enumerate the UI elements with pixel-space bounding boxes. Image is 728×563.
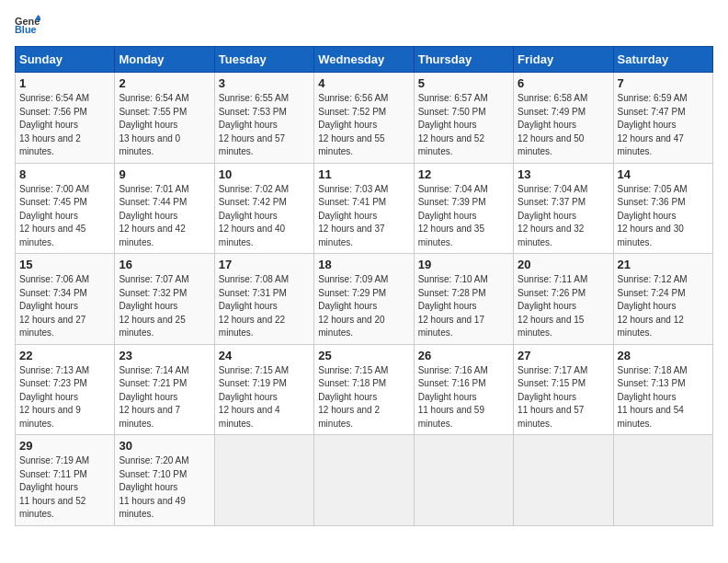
day-cell: 10 Sunrise: 7:02 AMSunset: 7:42 PMDaylig… [214, 163, 313, 254]
day-detail: Sunrise: 7:00 AMSunset: 7:45 PMDaylight … [19, 184, 89, 247]
day-number: 29 [19, 439, 110, 453]
day-number: 3 [219, 76, 310, 90]
day-number: 12 [418, 167, 509, 181]
day-number: 16 [119, 258, 210, 271]
day-number: 5 [418, 76, 509, 90]
day-cell: 24 Sunrise: 7:15 AMSunset: 7:19 PMDaylig… [214, 344, 313, 435]
calendar-table: SundayMondayTuesdayWednesdayThursdayFrid… [15, 46, 713, 526]
day-number: 21 [618, 258, 709, 271]
day-detail: Sunrise: 7:09 AMSunset: 7:29 PMDaylight … [318, 274, 388, 338]
svg-text:Blue: Blue [15, 24, 37, 35]
logo: General Blue [15, 15, 40, 35]
week-row-4: 22 Sunrise: 7:13 AMSunset: 7:23 PMDaylig… [16, 344, 713, 435]
col-header-thursday: Thursday [414, 47, 513, 73]
day-detail: Sunrise: 7:08 AMSunset: 7:31 PMDaylight … [219, 274, 289, 338]
day-cell: 3 Sunrise: 6:55 AMSunset: 7:53 PMDayligh… [214, 73, 313, 164]
week-row-3: 15 Sunrise: 7:06 AMSunset: 7:34 PMDaylig… [16, 254, 713, 345]
day-cell: 30 Sunrise: 7:20 AMSunset: 7:10 PMDaylig… [115, 435, 214, 526]
day-number: 9 [119, 167, 210, 181]
day-cell: 4 Sunrise: 6:56 AMSunset: 7:52 PMDayligh… [314, 73, 414, 164]
day-cell: 23 Sunrise: 7:14 AMSunset: 7:21 PMDaylig… [115, 344, 214, 435]
day-number: 1 [19, 76, 110, 90]
day-number: 27 [518, 349, 609, 362]
col-header-tuesday: Tuesday [214, 47, 313, 73]
col-header-sunday: Sunday [16, 47, 115, 73]
day-number: 10 [219, 167, 310, 181]
week-row-1: 1 Sunrise: 6:54 AMSunset: 7:56 PMDayligh… [16, 73, 713, 164]
day-cell [414, 435, 513, 526]
col-header-monday: Monday [115, 47, 214, 73]
day-cell [514, 435, 613, 526]
day-cell: 6 Sunrise: 6:58 AMSunset: 7:49 PMDayligh… [514, 73, 613, 164]
day-detail: Sunrise: 7:15 AMSunset: 7:19 PMDaylight … [219, 365, 289, 429]
day-detail: Sunrise: 6:55 AMSunset: 7:53 PMDaylight … [219, 93, 289, 156]
day-detail: Sunrise: 7:10 AMSunset: 7:28 PMDaylight … [418, 274, 488, 338]
day-detail: Sunrise: 7:14 AMSunset: 7:21 PMDaylight … [119, 365, 188, 429]
day-detail: Sunrise: 7:01 AMSunset: 7:44 PMDaylight … [119, 184, 188, 247]
day-number: 18 [318, 258, 409, 271]
day-number: 11 [318, 167, 409, 181]
day-cell: 27 Sunrise: 7:17 AMSunset: 7:15 PMDaylig… [514, 344, 613, 435]
day-number: 17 [219, 258, 310, 271]
day-number: 6 [518, 76, 609, 90]
day-detail: Sunrise: 7:13 AMSunset: 7:23 PMDaylight … [19, 365, 89, 429]
day-detail: Sunrise: 6:56 AMSunset: 7:52 PMDaylight … [318, 93, 388, 156]
day-cell [314, 435, 414, 526]
day-detail: Sunrise: 6:54 AMSunset: 7:55 PMDaylight … [119, 93, 188, 156]
day-number: 25 [318, 349, 409, 362]
day-number: 26 [418, 349, 509, 362]
day-cell: 2 Sunrise: 6:54 AMSunset: 7:55 PMDayligh… [115, 73, 214, 164]
day-detail: Sunrise: 7:16 AMSunset: 7:16 PMDaylight … [418, 365, 488, 429]
day-detail: Sunrise: 6:59 AMSunset: 7:47 PMDaylight … [618, 93, 688, 156]
day-number: 22 [19, 349, 110, 362]
day-cell: 20 Sunrise: 7:11 AMSunset: 7:26 PMDaylig… [514, 254, 613, 345]
day-detail: Sunrise: 7:04 AMSunset: 7:37 PMDaylight … [518, 184, 587, 247]
day-detail: Sunrise: 6:54 AMSunset: 7:56 PMDaylight … [19, 93, 89, 156]
day-cell: 13 Sunrise: 7:04 AMSunset: 7:37 PMDaylig… [514, 163, 613, 254]
day-cell: 9 Sunrise: 7:01 AMSunset: 7:44 PMDayligh… [115, 163, 214, 254]
day-number: 19 [418, 258, 509, 271]
day-cell: 8 Sunrise: 7:00 AMSunset: 7:45 PMDayligh… [16, 163, 115, 254]
day-cell: 14 Sunrise: 7:05 AMSunset: 7:36 PMDaylig… [613, 163, 712, 254]
day-cell: 18 Sunrise: 7:09 AMSunset: 7:29 PMDaylig… [314, 254, 414, 345]
day-detail: Sunrise: 7:11 AMSunset: 7:26 PMDaylight … [518, 274, 587, 338]
day-cell: 29 Sunrise: 7:19 AMSunset: 7:11 PMDaylig… [16, 435, 115, 526]
week-row-2: 8 Sunrise: 7:00 AMSunset: 7:45 PMDayligh… [16, 163, 713, 254]
day-number: 30 [119, 439, 210, 453]
day-number: 7 [618, 76, 709, 90]
day-cell: 11 Sunrise: 7:03 AMSunset: 7:41 PMDaylig… [314, 163, 414, 254]
column-headers: SundayMondayTuesdayWednesdayThursdayFrid… [16, 47, 713, 73]
day-number: 8 [19, 167, 110, 181]
day-number: 14 [618, 167, 709, 181]
day-detail: Sunrise: 7:03 AMSunset: 7:41 PMDaylight … [318, 184, 388, 247]
day-detail: Sunrise: 7:17 AMSunset: 7:15 PMDaylight … [518, 365, 587, 429]
day-number: 28 [618, 349, 709, 362]
day-cell: 25 Sunrise: 7:15 AMSunset: 7:18 PMDaylig… [314, 344, 414, 435]
day-number: 24 [219, 349, 310, 362]
day-detail: Sunrise: 7:06 AMSunset: 7:34 PMDaylight … [19, 274, 89, 338]
day-cell: 1 Sunrise: 6:54 AMSunset: 7:56 PMDayligh… [16, 73, 115, 164]
col-header-saturday: Saturday [613, 47, 712, 73]
day-detail: Sunrise: 7:18 AMSunset: 7:13 PMDaylight … [618, 365, 688, 429]
day-cell: 21 Sunrise: 7:12 AMSunset: 7:24 PMDaylig… [613, 254, 712, 345]
day-cell [214, 435, 313, 526]
day-detail: Sunrise: 7:20 AMSunset: 7:10 PMDaylight … [119, 455, 188, 519]
day-number: 23 [119, 349, 210, 362]
day-detail: Sunrise: 6:57 AMSunset: 7:50 PMDaylight … [418, 93, 488, 156]
day-cell: 19 Sunrise: 7:10 AMSunset: 7:28 PMDaylig… [414, 254, 513, 345]
day-detail: Sunrise: 7:19 AMSunset: 7:11 PMDaylight … [19, 455, 89, 519]
day-detail: Sunrise: 7:05 AMSunset: 7:36 PMDaylight … [618, 184, 688, 247]
day-number: 4 [318, 76, 409, 90]
col-header-wednesday: Wednesday [314, 47, 414, 73]
day-number: 20 [518, 258, 609, 271]
day-cell: 22 Sunrise: 7:13 AMSunset: 7:23 PMDaylig… [16, 344, 115, 435]
day-detail: Sunrise: 6:58 AMSunset: 7:49 PMDaylight … [518, 93, 587, 156]
day-detail: Sunrise: 7:07 AMSunset: 7:32 PMDaylight … [119, 274, 188, 338]
page-header: General Blue [15, 15, 713, 35]
day-detail: Sunrise: 7:02 AMSunset: 7:42 PMDaylight … [219, 184, 289, 247]
day-number: 13 [518, 167, 609, 181]
day-cell: 28 Sunrise: 7:18 AMSunset: 7:13 PMDaylig… [613, 344, 712, 435]
day-detail: Sunrise: 7:04 AMSunset: 7:39 PMDaylight … [418, 184, 488, 247]
week-row-5: 29 Sunrise: 7:19 AMSunset: 7:11 PMDaylig… [16, 435, 713, 526]
day-cell [613, 435, 712, 526]
